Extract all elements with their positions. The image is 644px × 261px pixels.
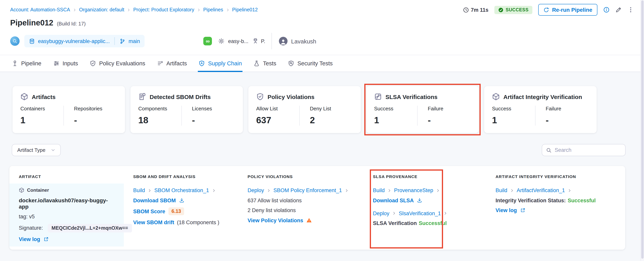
download-icon: [417, 198, 422, 203]
table-header: ARTIFACT SBOM AND DRIFT ANALYSIS POLICY …: [10, 166, 625, 179]
view-policy-violations-link[interactable]: View Policy Violations: [248, 217, 303, 223]
edit-pipeline-icon[interactable]: [616, 7, 622, 13]
flask-icon: [254, 60, 260, 66]
status-badge: SUCCESS: [494, 6, 532, 14]
external-link-icon: [520, 208, 525, 213]
breadcrumb-pipelines[interactable]: Pipelines: [203, 7, 223, 12]
integrity-status-value: Successful: [568, 197, 596, 203]
build-id: (Build Id: 17): [57, 21, 86, 27]
slsa-status-label: SLSA Verification: [373, 220, 417, 226]
tab-pipeline[interactable]: Pipeline: [12, 55, 41, 72]
warning-icon: [306, 218, 312, 223]
page-header: Account: Automation-SSCA Organization: d…: [0, 0, 644, 72]
breadcrumb-organization[interactable]: Organization: default: [79, 7, 124, 12]
stat-licenses: Licenses -: [181, 106, 235, 126]
column-header-sbom: SBOM AND DRIFT ANALYSIS: [124, 174, 238, 179]
tab-policy-evaluations[interactable]: Policy Evaluations: [90, 55, 145, 72]
rerun-pipeline-button[interactable]: Re-run Pipeline: [538, 4, 598, 16]
stat-slsa-failure: Failure -: [417, 106, 471, 126]
chevron-right-icon: [392, 211, 396, 215]
git-branch-icon: [120, 38, 125, 44]
step-link-sbom-policy-enforcement[interactable]: SBOM Policy Enforcement_1: [274, 187, 342, 193]
repo-branch-pill[interactable]: easybuggy-vulnerable-applic... main: [24, 35, 145, 47]
step-link-provenance[interactable]: ProvenanceStep: [394, 187, 433, 193]
slsa-status-value: Successful: [419, 220, 447, 226]
column-header-slsa: SLSA PROVENANCE: [364, 174, 486, 179]
page-title: Pipeline012: [10, 18, 53, 27]
check-circle-icon: [498, 7, 503, 12]
shield-magnifier-icon: [288, 60, 294, 66]
artifact-type-dropdown[interactable]: Artifact Type: [12, 144, 61, 156]
card-artifacts: Artifacts Containers 1 Repositories -: [12, 86, 125, 133]
trigger-initial: P.: [261, 38, 265, 44]
search-icon: [546, 147, 552, 153]
integrity-cell: Build ArtifactVerification_1 Integrity V…: [486, 184, 625, 246]
view-log-link[interactable]: View log: [19, 236, 40, 242]
step-link-artifact-verification[interactable]: ArtifactVerification_1: [517, 187, 565, 193]
integrity-status-label: Integrity Verification Status:: [496, 197, 566, 203]
list-plus-icon: [157, 60, 163, 66]
tab-supply-chain[interactable]: Supply Chain: [198, 55, 242, 72]
cube-icon: [20, 93, 28, 101]
column-header-policy: POLICY VIOLATIONS: [238, 174, 364, 179]
view-log-link[interactable]: View log: [496, 207, 517, 213]
card-policy-violations: Policy Violations Allow List 637 Deny Li…: [248, 86, 361, 133]
stat-integrity-failure: Failure -: [535, 106, 589, 126]
execution-duration: 7m 11s: [463, 7, 488, 13]
cube-icon: [492, 93, 500, 101]
codebase-search-icon: [10, 36, 20, 46]
chevron-right-icon: [148, 188, 152, 192]
stage-link-build[interactable]: Build: [373, 187, 385, 193]
card-artifact-integrity: Artifact Integrity Verification Success …: [484, 86, 596, 133]
vertical-divider: [272, 33, 272, 49]
artifact-cell: Container docker.io/lavakush07/easy-bugg…: [10, 184, 124, 246]
supply-chain-page: Account: Automation-SSCA Organization: d…: [0, 0, 644, 261]
tab-artifacts[interactable]: Artifacts: [157, 55, 187, 72]
tab-security-tests[interactable]: Security Tests: [288, 55, 332, 72]
breadcrumb-account[interactable]: Account: Automation-SSCA: [10, 7, 70, 12]
stage-link-build[interactable]: Build: [496, 187, 507, 193]
stage-link-deploy[interactable]: Deploy: [373, 210, 390, 216]
column-header-integrity: ARTIFACT INTEGRITY VERIFICATION: [486, 174, 625, 179]
refresh-icon: [544, 7, 550, 13]
external-link-icon: [43, 237, 48, 242]
chevron-right-icon: [267, 188, 271, 192]
scrollbar-thumb[interactable]: [641, 0, 644, 259]
stage-link-deploy[interactable]: Deploy: [248, 187, 264, 193]
container-cube-icon: [19, 187, 24, 193]
repo-name: easybuggy-vulnerable-applic...: [38, 38, 110, 44]
artifact-table: ARTIFACT SBOM AND DRIFT ANALYSIS POLICY …: [10, 166, 625, 250]
shield-nodes-icon: [198, 60, 205, 66]
drift-components-count: (18 Components ): [177, 219, 219, 225]
breadcrumb-project[interactable]: Project: Product Exploratory: [133, 7, 194, 12]
breadcrumb-pipeline012[interactable]: Pipeline012: [232, 7, 258, 12]
tab-inputs[interactable]: Inputs: [53, 55, 78, 72]
info-icon[interactable]: [603, 7, 610, 13]
kebab-menu-icon[interactable]: [628, 7, 634, 13]
stage-link-build[interactable]: Build: [133, 187, 145, 193]
chevron-right-icon: [226, 8, 229, 11]
stat-slsa-success: Success 1: [374, 106, 417, 126]
sbom-score-link[interactable]: SBOM Score: [133, 208, 165, 214]
tab-bar: Pipeline Inputs Policy Evaluations Artif…: [0, 55, 644, 72]
chevron-right-icon: [444, 211, 448, 215]
tab-tests[interactable]: Tests: [254, 55, 276, 72]
chevron-right-icon: [212, 188, 216, 192]
download-slsa-link[interactable]: Download SLSA: [373, 197, 414, 203]
card-title: Artifact Integrity Verification: [503, 93, 582, 100]
chevron-down-icon: [51, 148, 55, 152]
step-link-sbom-orchestration[interactable]: SBOM Orchestration_1: [154, 187, 209, 193]
page-scrollbar[interactable]: [640, 0, 644, 261]
download-sbom-link[interactable]: Download SBOM: [133, 197, 176, 203]
view-sbom-drift-link[interactable]: View SBOM drift: [133, 219, 174, 225]
signature-value: MEQCICde2Vjl...L+2+mqnOXw==: [48, 224, 132, 232]
stat-integrity-success: Success 1: [492, 106, 535, 126]
chevron-right-icon: [345, 188, 349, 192]
step-link-slsa-verification[interactable]: SlsaVerification_1: [399, 210, 441, 216]
summary-cards: Artifacts Containers 1 Repositories - De…: [12, 86, 596, 133]
artifact-image-name: docker.io/lavakush07/easy-buggy-app: [19, 197, 118, 210]
sbom-score-badge: 6.13: [168, 207, 184, 215]
chevron-right-icon: [388, 188, 391, 192]
sliders-icon: [53, 60, 59, 66]
search-input[interactable]: [555, 147, 621, 153]
